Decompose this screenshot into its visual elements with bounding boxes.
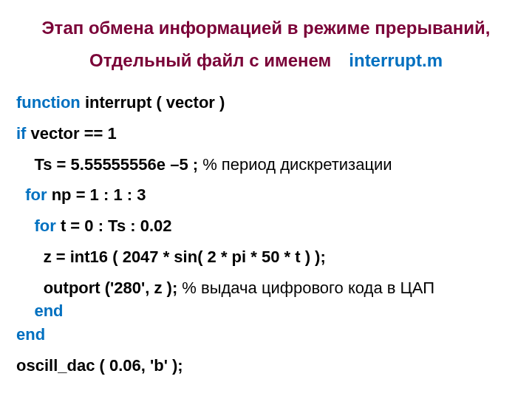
slide-title-line2: Отдельный файл с именемinterrupt.m [15,50,517,71]
code-line-ts: Ts = 5.55555556e –5 ; % период дискретиз… [16,154,517,176]
code-sig: interrupt ( vector ) [81,93,225,112]
code-ts: Ts = 5.55555556e –5 ; [16,155,202,174]
code-for-outer-tail: np = 1 : 1 : 3 [47,185,146,204]
code-line-for-inner: for t = 0 : Ts : 0.02 [16,215,517,237]
code-line-end-outer: end [16,324,517,346]
kw-function: function [16,93,81,112]
code-ts-comment: % период дискретизации [202,155,392,174]
kw-for-outer: for [16,185,47,204]
kw-end-outer: end [16,325,45,344]
code-oscill: oscill_dac ( 0.06, 'b' ); [16,356,183,375]
slide-title-line2-text: Отдельный файл с именем [89,50,331,70]
code-block: function interrupt ( vector ) if vector … [15,92,517,376]
code-line-for-outer: for np = 1 : 1 : 3 [16,184,517,206]
slide-title-filename: interrupt.m [349,50,443,70]
code-outport-comment: % выдача цифрового кода в ЦАП [182,279,434,297]
code-line-z: z = int16 ( 2047 * sin( 2 * pi * 50 * t … [16,246,517,268]
code-line-end-inner: end [16,300,517,322]
slide-title-line1: Этап обмена информацией в режиме прерыва… [15,16,517,40]
code-z: z = int16 ( 2047 * sin( 2 * pi * 50 * t … [16,248,326,266]
kw-end-inner: end [16,301,64,320]
code-line-outport: outport ('280', z ); % выдача цифрового … [16,277,517,299]
kw-for-inner: for [16,216,56,235]
code-line-oscill: oscill_dac ( 0.06, 'b' ); [16,355,517,377]
code-cond: vector == 1 [26,124,116,143]
code-line-if: if vector == 1 [16,123,517,145]
code-for-inner-tail: t = 0 : Ts : 0.02 [56,216,172,235]
code-line-function: function interrupt ( vector ) [16,92,517,114]
code-outport: outport ('280', z ); [16,279,182,297]
kw-if: if [16,124,26,143]
